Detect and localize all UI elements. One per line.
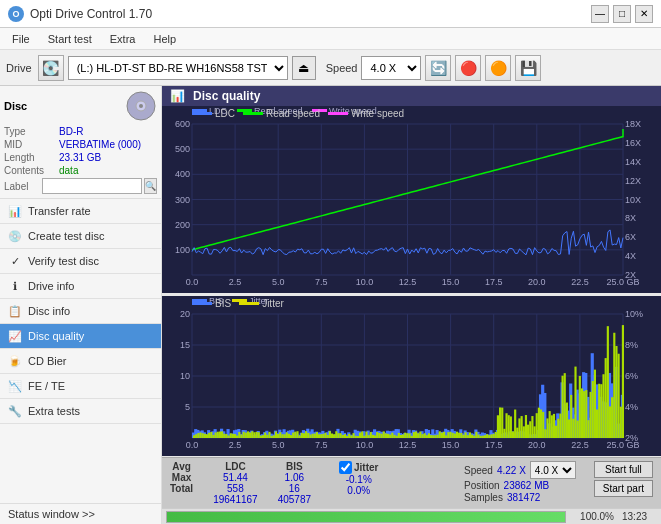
nav-label-extra-tests: Extra tests [28, 405, 80, 417]
app-title: Opti Drive Control 1.70 [30, 7, 152, 21]
contents-value: data [59, 165, 157, 176]
drive-label: Drive [6, 62, 32, 74]
position-label: Position [464, 480, 500, 491]
nav-label-fe-te: FE / TE [28, 380, 65, 392]
stats-bis-avg: 1.06 [285, 472, 304, 483]
nav-item-create-test-disc[interactable]: 💿 Create test disc [0, 224, 161, 249]
progress-time: 13:23 [622, 511, 657, 522]
minimize-button[interactable]: — [591, 5, 609, 23]
maximize-button[interactable]: □ [613, 5, 631, 23]
status-window-toggle[interactable]: Status window >> [0, 503, 161, 524]
progress-track [166, 511, 566, 523]
menu-extra[interactable]: Extra [102, 31, 144, 47]
nav-item-cd-bier[interactable]: 🍺 CD Bier [0, 349, 161, 374]
jitter-avg: -0.1% [346, 474, 372, 485]
menu-start-test[interactable]: Start test [40, 31, 100, 47]
nav-item-transfer-rate[interactable]: 📊 Transfer rate [0, 199, 161, 224]
disc-info-icon: 📋 [8, 304, 22, 318]
legend-read-speed: Read speed [243, 108, 320, 119]
disc-info-table: Type BD-R MID VERBATIMe (000) Length 23.… [4, 126, 157, 194]
chart-top-section: LDC Read speed Write speed [162, 106, 661, 296]
main-layout: Disc Type BD-R MID VERBATIMe (000) Lengt [0, 86, 661, 524]
stats-right: Speed 4.22 X 4.0 X Position 23862 MB Sam… [464, 461, 576, 503]
window-controls: — □ ✕ [591, 5, 653, 23]
disc-icon [125, 90, 157, 122]
speed-select[interactable]: 4.0 X [361, 56, 421, 80]
create-test-disc-icon: 💿 [8, 229, 22, 243]
stats-row-avg-label: Avg [172, 461, 191, 472]
legend-jitter: Jitter [239, 298, 284, 309]
cd-bier-icon: 🍺 [8, 354, 22, 368]
speed-label: Speed [326, 62, 358, 74]
progress-percent: 100.0% [574, 511, 614, 522]
legend-ldc-label: LDC [215, 108, 235, 119]
label-label: Label [4, 181, 40, 192]
start-full-button[interactable]: Start full [594, 461, 653, 478]
stats-ldc-max: 558 [227, 483, 244, 494]
content-area: 📊 Disc quality LDC Read speed [162, 86, 661, 524]
stats-ldc-total: 19641167 [213, 494, 258, 505]
label-search-button[interactable]: 🔍 [144, 178, 157, 194]
progress-bar-container: 100.0% 13:23 [162, 508, 661, 524]
panel-header: 📊 Disc quality [162, 86, 661, 106]
disc-panel-title: Disc [4, 100, 27, 112]
jitter-max: 0.0% [347, 485, 370, 496]
nav-label-cd-bier: CD Bier [28, 355, 67, 367]
top-chart-legend: LDC Read speed Write speed [192, 108, 404, 119]
transfer-rate-icon: 📊 [8, 204, 22, 218]
menu-help[interactable]: Help [145, 31, 184, 47]
svg-point-2 [139, 104, 143, 108]
refresh-button[interactable]: 🔄 [425, 55, 451, 81]
close-button[interactable]: ✕ [635, 5, 653, 23]
nav-label-disc-info: Disc info [28, 305, 70, 317]
disc-quality-icon: 📈 [8, 329, 22, 343]
stats-col-jitter: Jitter -0.1% 0.0% [339, 461, 378, 505]
type-label: Type [4, 126, 59, 137]
charts-container: LDC Read speed Write speed [162, 106, 661, 457]
jitter-header: Jitter [354, 462, 378, 473]
stats-col-empty: Avg Max Total [170, 461, 193, 505]
nav-item-verify-test-disc[interactable]: ✓ Verify test disc [0, 249, 161, 274]
stats-bis-max: 16 [289, 483, 300, 494]
drive-select[interactable]: (L:) HL-DT-ST BD-RE WH16NS58 TST4 [68, 56, 288, 80]
legend-read-speed-label: Read speed [266, 108, 320, 119]
menu-file[interactable]: File [4, 31, 38, 47]
save-button[interactable]: 💾 [515, 55, 541, 81]
nav-item-disc-info[interactable]: 📋 Disc info [0, 299, 161, 324]
nav-item-disc-quality[interactable]: 📈 Disc quality [0, 324, 161, 349]
start-part-button[interactable]: Start part [594, 480, 653, 497]
settings-button2[interactable]: 🟠 [485, 55, 511, 81]
nav-label-disc-quality: Disc quality [28, 330, 84, 342]
stats-col-bis: BIS 1.06 16 405787 [278, 461, 311, 505]
legend-bis-label: BIS [215, 298, 231, 309]
settings-button1[interactable]: 🔴 [455, 55, 481, 81]
nav-item-drive-info[interactable]: ℹ Drive info [0, 274, 161, 299]
nav-item-extra-tests[interactable]: 🔧 Extra tests [0, 399, 161, 424]
start-buttons: Start full Start part [594, 461, 653, 497]
menu-bar: File Start test Extra Help [0, 28, 661, 50]
length-label: Length [4, 152, 59, 163]
legend-write-speed-label: Write speed [351, 108, 404, 119]
position-row: Position 23862 MB [464, 480, 549, 491]
nav-item-fe-te[interactable]: 📉 FE / TE [0, 374, 161, 399]
samples-row: Samples 381472 [464, 492, 540, 503]
drive-icon-btn[interactable]: 💽 [38, 55, 64, 81]
length-value: 23.31 GB [59, 152, 157, 163]
nav-label-transfer-rate: Transfer rate [28, 205, 91, 217]
stats-ldc-avg: 51.44 [223, 472, 248, 483]
panel-header-title: Disc quality [193, 89, 260, 103]
drive-info-icon: ℹ [8, 279, 22, 293]
jitter-checkbox[interactable] [339, 461, 352, 474]
eject-button[interactable]: ⏏ [292, 56, 316, 80]
progress-fill [167, 512, 565, 522]
bottom-chart-legend: BIS Jitter [192, 298, 284, 309]
speed-select-stat[interactable]: 4.0 X [530, 461, 576, 479]
sidebar: Disc Type BD-R MID VERBATIMe (000) Lengt [0, 86, 162, 524]
label-input[interactable] [42, 178, 142, 194]
legend-ldc: LDC [192, 108, 235, 119]
legend-bis: BIS [192, 298, 231, 309]
stats-bis-header: BIS [286, 461, 303, 472]
stats-bis-total: 405787 [278, 494, 311, 505]
nav-label-drive-info: Drive info [28, 280, 74, 292]
extra-tests-icon: 🔧 [8, 404, 22, 418]
